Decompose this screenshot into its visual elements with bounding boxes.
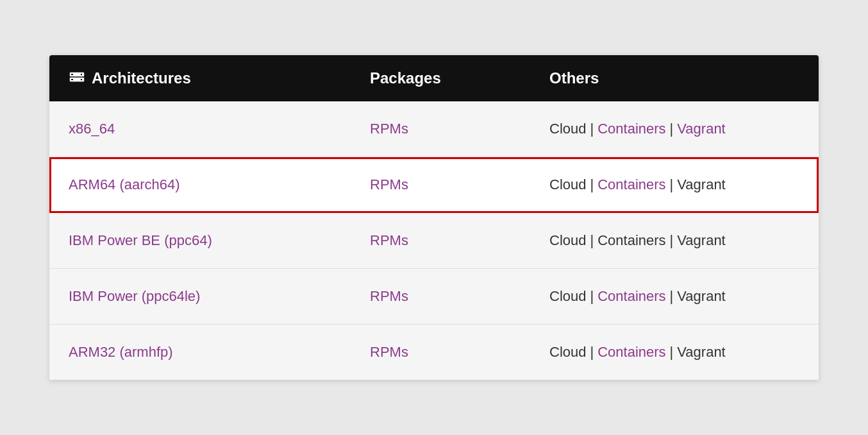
arch-name: x86_64 <box>69 121 115 137</box>
arch-name: ARM32 (armhfp) <box>69 344 173 360</box>
table-row: x86_64RPMsCloud | Containers | Vagrant <box>49 101 819 157</box>
others-text: Vagrant <box>677 232 725 249</box>
others-text: Cloud <box>549 288 586 305</box>
pkg-cell[interactable]: RPMs <box>357 269 537 324</box>
others-content: Cloud | Containers | Vagrant <box>549 176 806 193</box>
others-text: Cloud <box>549 344 586 361</box>
others-text: Containers <box>597 232 665 249</box>
server-icon <box>69 70 85 87</box>
arch-cell: IBM Power (ppc64le) <box>49 269 357 324</box>
others-text: Cloud <box>549 121 586 137</box>
pkg-column-header: Packages <box>357 55 537 101</box>
pkg-header-label: Packages <box>370 69 441 87</box>
others-text: Cloud <box>549 232 586 249</box>
others-cell: Cloud | Containers | Vagrant <box>537 101 819 157</box>
table-row: ARM64 (aarch64)RPMsCloud | Containers | … <box>49 157 819 213</box>
others-header-label: Others <box>549 69 599 87</box>
others-text: Vagrant <box>677 176 725 193</box>
separator: | <box>670 121 674 137</box>
arch-cell: ARM32 (armhfp) <box>49 325 357 380</box>
separator: | <box>670 344 674 361</box>
pkg-cell[interactable]: RPMs <box>357 325 537 380</box>
separator: | <box>590 288 594 305</box>
others-cell: Cloud | Containers | Vagrant <box>537 213 819 268</box>
arch-header-label: Architectures <box>92 69 191 87</box>
separator: | <box>670 232 674 249</box>
pkg-link[interactable]: RPMs <box>370 288 408 304</box>
others-column-header: Others <box>537 55 819 101</box>
others-content: Cloud | Containers | Vagrant <box>549 344 806 361</box>
pkg-link[interactable]: RPMs <box>370 232 408 248</box>
pkg-link[interactable]: RPMs <box>370 344 408 360</box>
arch-column-header: Architectures <box>49 55 357 101</box>
separator: | <box>590 121 594 137</box>
arch-cell: IBM Power BE (ppc64) <box>49 213 357 268</box>
separator: | <box>590 344 594 361</box>
separator: | <box>590 176 594 193</box>
pkg-cell[interactable]: RPMs <box>357 157 537 212</box>
table-row: IBM Power BE (ppc64)RPMsCloud | Containe… <box>49 213 819 269</box>
arch-cell: ARM64 (aarch64) <box>49 157 357 212</box>
svg-rect-5 <box>71 79 73 80</box>
pkg-cell[interactable]: RPMs <box>357 213 537 268</box>
table-row: IBM Power (ppc64le)RPMsCloud | Container… <box>49 269 819 325</box>
others-content: Cloud | Containers | Vagrant <box>549 288 806 305</box>
pkg-cell[interactable]: RPMs <box>357 101 537 157</box>
others-text: Cloud <box>549 176 586 193</box>
arch-name: ARM64 (aarch64) <box>69 176 180 192</box>
others-link[interactable]: Containers <box>597 121 665 137</box>
others-cell: Cloud | Containers | Vagrant <box>537 325 819 380</box>
table-row: ARM32 (armhfp)RPMsCloud | Containers | V… <box>49 325 819 380</box>
arch-cell: x86_64 <box>49 101 357 157</box>
others-link[interactable]: Containers <box>597 344 665 361</box>
architectures-table: Architectures Packages Others x86_64RPMs… <box>49 55 819 380</box>
others-link[interactable]: Containers <box>597 176 665 193</box>
pkg-link[interactable]: RPMs <box>370 121 408 137</box>
others-cell: Cloud | Containers | Vagrant <box>537 157 819 212</box>
others-content: Cloud | Containers | Vagrant <box>549 121 806 137</box>
others-text: Vagrant <box>677 288 725 305</box>
svg-point-2 <box>81 74 82 75</box>
others-link[interactable]: Containers <box>597 288 665 305</box>
svg-rect-4 <box>71 74 73 75</box>
others-text: Vagrant <box>677 344 725 361</box>
pkg-link[interactable]: RPMs <box>370 176 408 192</box>
others-content: Cloud | Containers | Vagrant <box>549 232 806 249</box>
arch-name: IBM Power BE (ppc64) <box>69 232 212 248</box>
separator: | <box>590 232 594 249</box>
svg-point-3 <box>81 79 82 80</box>
others-cell: Cloud | Containers | Vagrant <box>537 269 819 324</box>
others-link[interactable]: Vagrant <box>677 121 725 137</box>
table-header: Architectures Packages Others <box>49 55 819 101</box>
separator: | <box>670 288 674 305</box>
arch-name: IBM Power (ppc64le) <box>69 288 200 304</box>
separator: | <box>670 176 674 193</box>
table-body: x86_64RPMsCloud | Containers | VagrantAR… <box>49 101 819 380</box>
